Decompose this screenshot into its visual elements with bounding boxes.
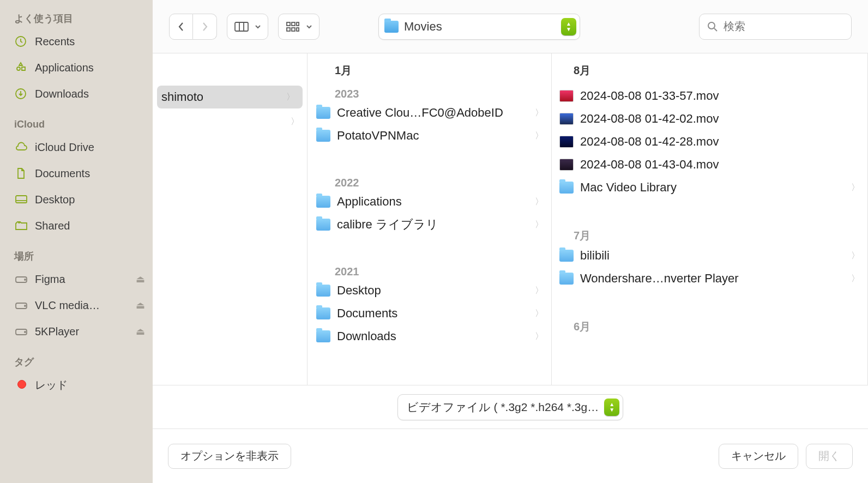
list-item[interactable]: calibre ライブラリ 〉 [308,213,551,236]
options-toggle-button[interactable]: オプションを非表示 [168,444,291,469]
sidebar-item-downloads[interactable]: Downloads [0,81,153,107]
sidebar-item-location-vlc[interactable]: VLC media… ⏏ [0,292,153,318]
column-header: 8月 [552,53,867,84]
back-button[interactable] [169,14,193,40]
nav-group [169,14,217,40]
open-button[interactable]: 開く [806,444,853,469]
chevron-down-icon [306,25,312,29]
chevron-right-icon: 〉 [535,196,544,208]
video-thumbnail-icon [559,136,574,148]
eject-icon[interactable]: ⏏ [136,269,145,289]
eject-icon[interactable]: ⏏ [136,295,145,315]
folder-icon [316,219,330,231]
svg-point-17 [708,22,715,29]
list-item[interactable]: Documents 〉 [308,302,551,325]
video-thumbnail-icon [559,113,574,125]
downloads-icon [14,87,29,100]
chevron-right-icon: 〉 [286,92,295,103]
item-label: bilibili [580,249,845,263]
location-title: Movies [404,20,556,34]
folder-icon [316,196,330,208]
document-icon [14,167,29,180]
item-label: 2024-08-08 01-42-02.mov [580,112,860,126]
svg-rect-2 [16,196,27,203]
folder-icon [316,107,330,119]
chevron-right-icon: 〉 [535,219,544,231]
video-thumbnail-icon [559,90,574,102]
cancel-button[interactable]: キャンセル [719,444,798,469]
column-2: 8月 2024-08-08 01-33-57.mov 2024-08-08 01… [552,53,868,385]
sidebar-item-label: Figma [35,269,130,289]
sidebar-item-label: Shared [35,216,145,236]
search-input[interactable] [724,20,843,33]
sidebar-item-location-figma[interactable]: Figma ⏏ [0,266,153,292]
list-item[interactable]: bilibili 〉 [552,244,867,267]
chevron-right-icon: 〉 [535,130,544,142]
sidebar-section-tags: タグ [0,354,153,372]
svg-point-7 [25,305,26,306]
list-item[interactable]: 2024-08-08 01-42-28.mov [552,130,867,153]
group-by-button[interactable] [278,14,320,40]
sidebar-item-label: iCloud Drive [35,137,145,157]
svg-rect-13 [297,22,299,26]
search-icon [707,21,718,32]
item-label: Applications [337,195,528,209]
list-item[interactable]: Downloads 〉 [308,325,551,348]
forward-button[interactable] [193,14,217,40]
svg-rect-15 [292,28,295,31]
chevron-right-icon: 〉 [535,308,544,319]
chevron-right-icon: 〉 [535,331,544,342]
disk-icon [14,299,29,312]
desktop-icon [14,193,29,206]
sidebar-item-documents[interactable]: Documents [0,160,153,186]
list-item[interactable]: Desktop 〉 [308,279,551,302]
folder-icon [384,21,399,33]
list-item[interactable]: Creative Clou…FC0@AdobeID 〉 [308,101,551,124]
list-item-placeholder: 〉 [153,110,307,133]
toolbar: Movies ▲▼ [153,0,868,53]
column-1: 1月 2023 Creative Clou…FC0@AdobeID 〉 Pota… [308,53,552,385]
file-type-filter-popup[interactable]: ビデオファイル ( *.3g2 *.h264 *.3g… ▲▼ [397,394,623,420]
item-label: Documents [337,306,528,321]
view-mode-columns-button[interactable] [227,14,268,40]
chevron-right-icon: 〉 [535,107,544,119]
chevron-right-icon: 〉 [851,182,860,194]
list-item[interactable]: Mac Video Library 〉 [552,176,867,199]
folder-icon [559,182,574,194]
cloud-icon [14,141,29,154]
sidebar-item-recents[interactable]: Recents [0,28,153,55]
sidebar-item-icloud-drive[interactable]: iCloud Drive [0,134,153,160]
sidebar-item-shared[interactable]: Shared [0,213,153,239]
item-label: calibre ライブラリ [337,216,528,233]
sidebar-item-location-5kplayer[interactable]: 5KPlayer ⏏ [0,318,153,345]
chevron-right-icon: 〉 [851,250,860,262]
location-popup[interactable]: Movies ▲▼ [378,14,580,40]
svg-point-5 [25,279,26,280]
video-thumbnail-icon [559,159,574,171]
eject-icon[interactable]: ⏏ [136,322,145,341]
sidebar-item-desktop[interactable]: Desktop [0,186,153,213]
file-columns: shimoto 〉 〉 1月 2023 Creative Clou…FC0@Ad… [153,53,868,385]
svg-rect-14 [287,28,290,31]
footer-bar: オプションを非表示 キャンセル 開く [153,428,868,483]
shared-folder-icon [14,219,29,232]
sidebar-item-applications[interactable]: Applications [0,55,153,81]
list-item[interactable]: Wondershare…nverter Player 〉 [552,267,867,290]
search-field[interactable] [699,14,852,40]
sidebar-item-label: VLC media… [35,295,130,315]
sidebar-item-tag-red[interactable]: レッド [0,372,153,398]
list-item[interactable]: Applications 〉 [308,190,551,213]
list-item[interactable]: 2024-08-08 01-43-04.mov [552,153,867,176]
list-item[interactable]: 2024-08-08 01-42-02.mov [552,107,867,130]
sidebar-item-label: Desktop [35,190,145,209]
folder-icon [316,307,330,319]
list-item[interactable]: 2024-08-08 01-33-57.mov [552,84,867,107]
filter-label: ビデオファイル ( *.3g2 *.h264 *.3g… [407,400,599,415]
sidebar-item-label: Documents [35,164,145,183]
group-header: 2023 [308,84,551,101]
group-header: 6月 [552,316,867,335]
list-item[interactable]: PotatoVPNMac 〉 [308,124,551,147]
popup-stepper-icon: ▲▼ [604,399,619,416]
list-item[interactable]: shimoto 〉 [157,86,303,108]
svg-point-9 [25,331,26,333]
